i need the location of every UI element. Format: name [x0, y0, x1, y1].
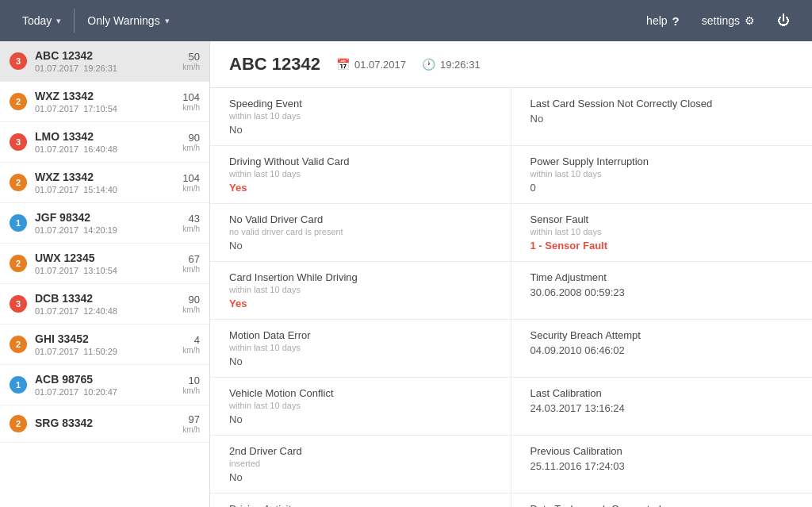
- vehicle-plate: WXZ 13342: [35, 90, 182, 102]
- badge: 2: [10, 336, 27, 353]
- vehicle-plate: SRG 83342: [35, 417, 182, 429]
- vehicle-plate: LMO 13342: [35, 130, 182, 143]
- detail-time-meta: 🕐 19:26:31: [422, 58, 481, 71]
- vehicle-datetime: 01.07.2017 17:10:54: [35, 104, 182, 113]
- detail-cell-left: Vehicle Motion Conflict within last 10 d…: [210, 378, 511, 436]
- vehicle-datetime: 01.07.2017 13:10:54: [35, 266, 182, 275]
- badge: 2: [10, 174, 27, 191]
- vehicle-info: ACB 98765 01.07.2017 10:20:47: [35, 373, 182, 397]
- cell-sublabel: within last 10 days: [229, 401, 492, 410]
- detail-cell-right: Last Card Session Not Correctly Closed N…: [511, 88, 813, 146]
- sidebar-item[interactable]: 2 SRG 83342 97 km/h: [0, 405, 209, 443]
- cell-label: 2nd Driver Card: [229, 445, 492, 457]
- detail-cell-right: Security Breach Attempt 04.09.2010 06:46…: [511, 320, 813, 378]
- badge: 2: [10, 255, 27, 272]
- sidebar-item[interactable]: 1 JGF 98342 01.07.2017 14:20:19 43 km/h: [0, 203, 209, 244]
- vehicle-info: LMO 13342 01.07.2017 16:40:48: [35, 130, 182, 154]
- badge: 3: [10, 133, 27, 151]
- detail-cell-right: Last Calibration 24.03.2017 13:16:24: [511, 378, 813, 436]
- cell-value: 0: [530, 182, 794, 194]
- badge: 1: [10, 214, 27, 232]
- vehicle-info: UWX 12345 01.07.2017 13:10:54: [35, 252, 182, 275]
- cell-label: Card Insertion While Driving: [229, 271, 492, 283]
- detail-cell-right: Previous Calibration 25.11.2016 17:24:03: [511, 436, 813, 494]
- vehicle-speed: 104 km/h: [182, 91, 200, 112]
- cell-sublabel: within last 10 days: [229, 343, 492, 352]
- detail-date: 01.07.2017: [354, 59, 406, 71]
- help-label: help: [646, 14, 667, 27]
- cell-value: Yes: [229, 182, 492, 194]
- vehicle-speed: 90 km/h: [182, 294, 200, 314]
- vehicle-info: SRG 83342: [35, 417, 182, 431]
- vehicle-plate: JGF 98342: [35, 211, 182, 224]
- calendar-icon: 📅: [336, 58, 350, 71]
- vehicle-speed: 104 km/h: [182, 172, 200, 193]
- cell-label: Motion Data Error: [229, 329, 492, 341]
- detail-cell-left: Driving Activity current Yes: [210, 494, 511, 507]
- badge: 1: [10, 376, 27, 394]
- detail-cell-right: Power Supply Interruption within last 10…: [511, 146, 813, 204]
- settings-button[interactable]: settings ⚙: [692, 10, 764, 32]
- help-button[interactable]: help ?: [637, 10, 689, 33]
- cell-value: 25.11.2016 17:24:03: [530, 460, 794, 472]
- vehicle-speed: 4 km/h: [182, 334, 200, 355]
- power-button[interactable]: ⏻: [768, 9, 799, 33]
- cell-value: 24.03.2017 13:16:24: [530, 402, 794, 414]
- vehicle-speed: 43 km/h: [182, 213, 200, 233]
- sidebar-item[interactable]: 2 WXZ 13342 01.07.2017 17:10:54 104 km/h: [0, 82, 209, 122]
- vehicle-plate: GHI 33452: [35, 332, 182, 345]
- vehicle-plate: WXZ 13342: [35, 171, 182, 183]
- cell-label: Last Calibration: [530, 387, 794, 399]
- detail-cell-left: Speeding Event within last 10 days No: [210, 88, 511, 146]
- cell-label: Time Adjustment: [530, 271, 794, 283]
- warnings-filter-button[interactable]: Only Warnings ▾: [78, 10, 178, 32]
- vehicle-plate: ACB 98765: [35, 373, 182, 386]
- cell-label: Security Breach Attempt: [530, 329, 794, 341]
- sidebar-item[interactable]: 1 ACB 98765 01.07.2017 10:20:47 10 km/h: [0, 365, 209, 405]
- cell-value: Yes: [229, 298, 492, 309]
- detail-panel: ABC 12342 📅 01.07.2017 🕐 19:26:31 Speedi…: [210, 41, 812, 507]
- sidebar-item[interactable]: 2 WXZ 13342 01.07.2017 15:14:40 104 km/h: [0, 163, 209, 203]
- sidebar-item[interactable]: 3 LMO 13342 01.07.2017 16:40:48 90 km/h: [0, 122, 209, 163]
- cell-value: No: [530, 113, 794, 125]
- cell-label: No Valid Driver Card: [229, 213, 492, 225]
- detail-cell-left: 2nd Driver Card inserted No: [210, 436, 511, 494]
- cell-value: 30.06.2008 00:59:23: [530, 286, 794, 298]
- detail-time: 19:26:31: [440, 59, 481, 71]
- vehicle-list: 3 ABC 12342 01.07.2017 19:26:31 50 km/h …: [0, 41, 210, 507]
- detail-grid: Speeding Event within last 10 days No La…: [210, 88, 812, 507]
- detail-plate: ABC 12342: [229, 54, 320, 75]
- badge: 2: [10, 415, 27, 432]
- cell-sublabel: within last 10 days: [530, 227, 794, 236]
- cell-label: Vehicle Motion Conflict: [229, 387, 492, 399]
- warnings-label: Only Warnings: [87, 14, 159, 27]
- cell-label: Last Card Session Not Correctly Closed: [530, 98, 794, 109]
- vehicle-datetime: 01.07.2017 15:14:40: [35, 185, 182, 194]
- vehicle-datetime: 01.07.2017 14:20:19: [35, 225, 182, 235]
- vehicle-info: DCB 13342 01.07.2017 12:40:48: [35, 292, 182, 316]
- detail-cell-left: Card Insertion While Driving within last…: [210, 262, 511, 320]
- vehicle-plate: UWX 12345: [35, 252, 182, 264]
- sidebar-item[interactable]: 2 GHI 33452 01.07.2017 11:50:29 4 km/h: [0, 325, 209, 365]
- today-label: Today: [22, 14, 52, 27]
- vehicle-speed: 67 km/h: [182, 253, 200, 274]
- header-separator-1: [74, 9, 75, 33]
- vehicle-datetime: 01.07.2017 10:20:47: [35, 387, 182, 397]
- sidebar-item[interactable]: 3 DCB 13342 01.07.2017 12:40:48 90 km/h: [0, 284, 209, 325]
- help-icon: ?: [672, 14, 680, 28]
- detail-cell-left: Motion Data Error within last 10 days No: [210, 320, 511, 378]
- detail-cell-left: Driving Without Valid Card within last 1…: [210, 146, 511, 204]
- vehicle-plate: DCB 13342: [35, 292, 182, 305]
- cell-label: Driving Without Valid Card: [229, 156, 492, 167]
- badge: 2: [10, 93, 27, 110]
- cell-value: 1 - Sensor Fault: [530, 240, 794, 252]
- cell-value: 04.09.2010 06:46:02: [530, 344, 794, 356]
- today-filter-button[interactable]: Today ▾: [13, 10, 71, 32]
- cell-label: Sensor Fault: [530, 213, 794, 225]
- cell-sublabel: within last 10 days: [229, 285, 492, 294]
- sidebar-item[interactable]: 2 UWX 12345 01.07.2017 13:10:54 67 km/h: [0, 244, 209, 284]
- sidebar-item[interactable]: 3 ABC 12342 01.07.2017 19:26:31 50 km/h: [0, 41, 209, 82]
- cell-sublabel: within last 10 days: [229, 111, 492, 121]
- vehicle-info: GHI 33452 01.07.2017 11:50:29: [35, 332, 182, 356]
- clock-icon: 🕐: [422, 58, 435, 71]
